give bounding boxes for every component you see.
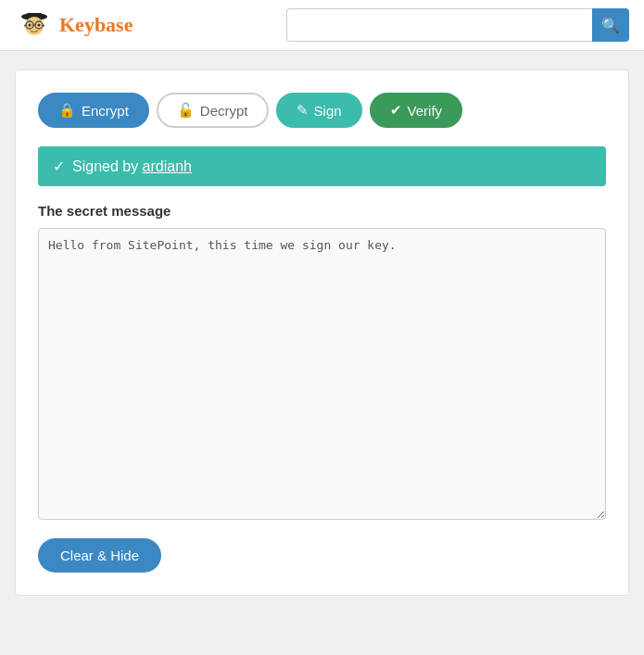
search-input[interactable]	[286, 8, 592, 42]
keybase-logo-icon	[15, 6, 54, 44]
tab-decrypt[interactable]: 🔓 Decrypt	[157, 93, 269, 128]
search-icon: 🔍	[601, 17, 620, 34]
unlock-icon: 🔓	[177, 102, 195, 119]
svg-point-8	[29, 24, 32, 27]
pencil-icon: ✎	[297, 102, 309, 119]
signed-banner: ✓ Signed by ardianh	[38, 146, 606, 186]
main-content: 🔒 Encrypt 🔓 Decrypt ✎ Sign ✔ Verify ✓ Si…	[15, 69, 629, 596]
checkmark-icon: ✔	[390, 102, 402, 119]
banner-text: Signed by ardianh	[72, 158, 192, 175]
message-textarea[interactable]: Hello from SitePoint, this time we sign …	[38, 228, 606, 520]
tab-decrypt-label: Decrypt	[200, 103, 248, 119]
tab-verify[interactable]: ✔ Verify	[370, 93, 463, 128]
svg-line-6	[24, 25, 26, 26]
search-area: 🔍	[286, 8, 629, 42]
tabs-bar: 🔒 Encrypt 🔓 Decrypt ✎ Sign ✔ Verify	[38, 93, 606, 128]
tab-encrypt[interactable]: 🔒 Encrypt	[38, 93, 149, 128]
clear-hide-button[interactable]: Clear & Hide	[38, 538, 161, 573]
signed-username[interactable]: ardianh	[143, 158, 192, 174]
tab-sign[interactable]: ✎ Sign	[276, 93, 362, 128]
svg-point-9	[38, 24, 41, 27]
search-button[interactable]: 🔍	[592, 8, 629, 42]
svg-line-7	[43, 25, 44, 26]
tab-sign-label: Sign	[314, 103, 342, 119]
tab-encrypt-label: Encrypt	[82, 103, 129, 119]
signed-by-text: Signed by	[72, 158, 143, 174]
logo-area: Keybase	[15, 6, 133, 44]
header: Keybase 🔍	[0, 0, 644, 51]
tab-verify-label: Verify	[408, 103, 443, 119]
banner-check-icon: ✓	[53, 157, 65, 175]
lock-icon: 🔒	[58, 102, 76, 119]
logo-text: Keybase	[59, 13, 133, 37]
secret-message-label: The secret message	[38, 203, 606, 219]
